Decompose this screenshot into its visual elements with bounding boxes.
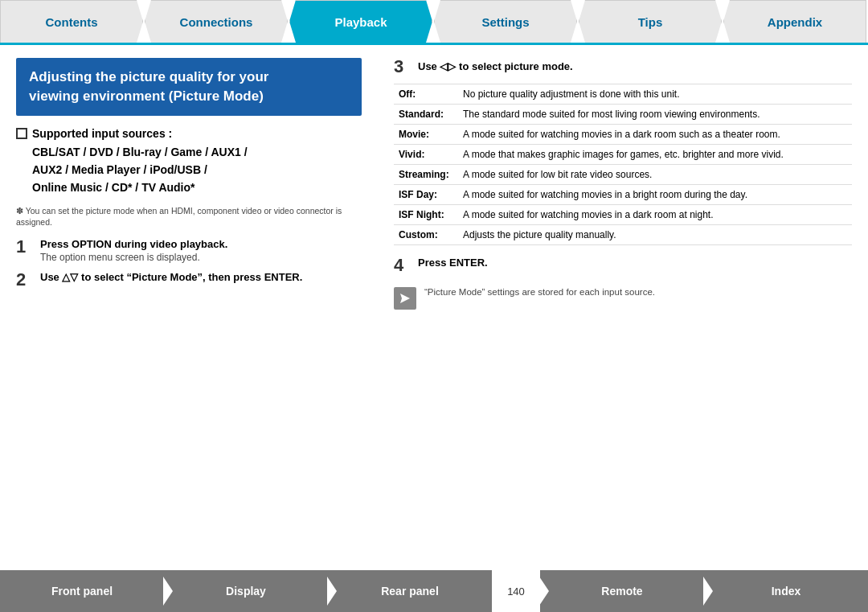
supported-sources: Supported input sources : CBL/SAT / DVD … (16, 127, 362, 197)
tab-settings[interactable]: Settings (434, 0, 577, 43)
mode-label-isf-day: ISF Day: (394, 185, 458, 205)
bottom-tab-front-panel[interactable]: Front panel (0, 570, 164, 612)
top-navigation: Contents Connections Playback Settings T… (0, 0, 868, 45)
main-content: Adjusting the picture quality for your v… (0, 45, 868, 570)
tab-connections[interactable]: Connections (145, 0, 288, 43)
left-column: Adjusting the picture quality for your v… (16, 58, 370, 557)
right-column: 3 Use ◁▷ to select picture mode. Off: No… (386, 58, 852, 557)
page-number: 140 (492, 585, 540, 598)
mode-label-custom: Custom: (394, 225, 458, 245)
table-row: ISF Night: A mode suited for watching mo… (394, 205, 852, 225)
bottom-tab-rear-panel[interactable]: Rear panel (328, 570, 492, 612)
note-area: “Picture Mode” settings are stored for e… (394, 287, 852, 310)
mode-table: Off: No picture quality adjustment is do… (394, 84, 852, 245)
mode-desc-standard: The standard mode suited for most living… (458, 105, 852, 125)
step-2: 2 Use △▽ to select “Picture Mode”, then … (16, 271, 362, 289)
tab-playback[interactable]: Playback (289, 0, 432, 43)
table-row: Vivid: A mode that makes graphic images … (394, 145, 852, 165)
step-1: 1 Press OPTION during video playback. Th… (16, 238, 362, 263)
mode-label-standard: Standard: (394, 105, 458, 125)
bottom-tab-remote[interactable]: Remote (540, 570, 704, 612)
bottom-tab-display[interactable]: Display (164, 570, 328, 612)
mode-desc-isf-day: A mode suited for watching movies in a b… (458, 185, 852, 205)
mode-desc-movie: A mode suited for watching movies in a d… (458, 125, 852, 145)
page-title-box: Adjusting the picture quality for your v… (16, 58, 362, 116)
mode-label-off: Off: (394, 84, 458, 105)
mode-desc-streaming: A mode suited for low bit rate video sou… (458, 165, 852, 185)
note-icon (394, 287, 416, 310)
footnote: ✽ You can set the picture mode when an H… (16, 205, 362, 228)
mode-label-vivid: Vivid: (394, 145, 458, 165)
step-4: 4 Press ENTER. (394, 257, 852, 274)
table-row: ISF Day: A mode suited for watching movi… (394, 185, 852, 205)
sources-list: CBL/SAT / DVD / Blu-ray / Game / AUX1 / … (16, 143, 362, 197)
note-text: “Picture Mode” settings are stored for e… (424, 287, 655, 297)
mode-desc-isf-night: A mode suited for watching movies in a d… (458, 205, 852, 225)
bottom-navigation: Front panel Display Rear panel 140 Remot… (0, 570, 868, 612)
mode-desc-vivid: A mode that makes graphic images for gam… (458, 145, 852, 165)
bottom-tab-index[interactable]: Index (704, 570, 868, 612)
table-row: Streaming: A mode suited for low bit rat… (394, 165, 852, 185)
step-3-header: 3 Use ◁▷ to select picture mode. (394, 58, 852, 76)
tab-contents[interactable]: Contents (0, 0, 143, 43)
checkbox-icon (16, 128, 27, 139)
table-row: Custom: Adjusts the picture quality manu… (394, 225, 852, 245)
mode-label-isf-night: ISF Night: (394, 205, 458, 225)
tab-appendix[interactable]: Appendix (723, 0, 866, 43)
mode-desc-off: No picture quality adjustment is done wi… (458, 84, 852, 105)
mode-label-movie: Movie: (394, 125, 458, 145)
mode-desc-custom: Adjusts the picture quality manually. (458, 225, 852, 245)
table-row: Off: No picture quality adjustment is do… (394, 84, 852, 105)
table-row: Movie: A mode suited for watching movies… (394, 125, 852, 145)
tab-tips[interactable]: Tips (579, 0, 722, 43)
table-row: Standard: The standard mode suited for m… (394, 105, 852, 125)
page-title: Adjusting the picture quality for your v… (29, 68, 349, 106)
mode-label-streaming: Streaming: (394, 165, 458, 185)
